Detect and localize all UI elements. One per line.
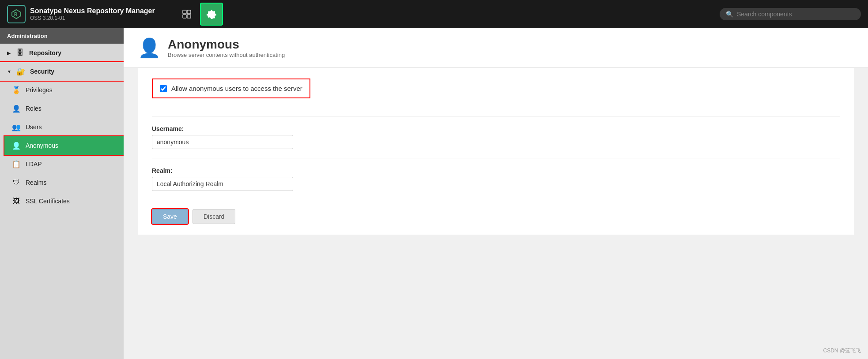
sidebar-item-roles[interactable]: 👤 Roles: [4, 99, 124, 118]
header-nav: [175, 3, 223, 26]
sidebar: Administration ▶ 🗄 Repository ▼ 🔐 Securi…: [0, 28, 124, 359]
svg-rect-3: [187, 10, 191, 14]
search-bar[interactable]: 🔍: [720, 8, 861, 20]
svg-text:R: R: [14, 12, 18, 17]
username-field-group: Username:: [152, 125, 840, 149]
search-icon: 🔍: [726, 11, 733, 18]
logo-icon: R: [7, 5, 26, 23]
anonymous-icon: 👤: [11, 141, 21, 150]
roles-icon: 👤: [11, 104, 21, 113]
app-header: R Sonatype Nexus Repository Manager OSS …: [0, 0, 868, 28]
ldap-label: LDAP: [26, 161, 42, 168]
repository-icon: 🗄: [15, 48, 25, 58]
username-input[interactable]: [152, 135, 293, 149]
sidebar-item-realms[interactable]: 🛡 Realms: [4, 173, 124, 192]
sidebar-item-anonymous[interactable]: 👤 Anonymous: [4, 136, 124, 155]
realm-field-group: Realm:: [152, 167, 840, 191]
sidebar-item-users[interactable]: 👥 Users: [4, 118, 124, 136]
page-title: Anonymous: [168, 37, 285, 52]
svg-rect-4: [183, 15, 186, 18]
realm-input[interactable]: [152, 177, 293, 191]
username-label: Username:: [152, 125, 840, 132]
browse-nav-button[interactable]: [175, 3, 198, 26]
security-icon: 🔐: [16, 67, 26, 76]
ssl-icon: 🖼: [11, 196, 21, 206]
privileges-label: Privileges: [26, 86, 53, 93]
sidebar-item-repository[interactable]: ▶ 🗄 Repository: [0, 44, 124, 62]
admin-nav-button[interactable]: [200, 3, 223, 26]
security-label: Security: [30, 68, 54, 75]
app-version: OSS 3.20.1-01: [30, 15, 155, 21]
allow-anonymous-checkbox[interactable]: [160, 85, 167, 92]
expand-icon: ▶: [7, 51, 11, 56]
app-name: Sonatype Nexus Repository Manager: [30, 7, 155, 15]
svg-rect-5: [187, 15, 191, 18]
page-icon: 👤: [138, 37, 161, 59]
realm-label: Realm:: [152, 167, 840, 174]
realms-label: Realms: [26, 179, 46, 186]
ssl-label: SSL Certificates: [26, 198, 70, 205]
form-buttons: Save Discard: [152, 209, 840, 224]
sidebar-item-ldap[interactable]: 📋 LDAP: [4, 155, 124, 173]
divider-3: [152, 200, 840, 200]
discard-button[interactable]: Discard: [192, 209, 235, 224]
privileges-icon: 🏅: [11, 85, 21, 95]
app-logo: R Sonatype Nexus Repository Manager OSS …: [7, 5, 155, 23]
sidebar-item-privileges[interactable]: 🏅 Privileges: [4, 81, 124, 99]
divider-1: [152, 116, 840, 116]
realms-icon: 🛡: [11, 178, 21, 187]
svg-rect-2: [183, 10, 186, 14]
main-content: 👤 Anonymous Browse server contents witho…: [124, 28, 868, 359]
ldap-icon: 📋: [11, 159, 21, 169]
sidebar-item-ssl[interactable]: 🖼 SSL Certificates: [4, 192, 124, 210]
repository-label: Repository: [29, 49, 61, 56]
app-title-group: Sonatype Nexus Repository Manager OSS 3.…: [30, 7, 155, 21]
allow-anonymous-label: Allow anonymous users to access the serv…: [171, 85, 302, 92]
watermark: CSDN @蓝飞飞: [823, 347, 861, 355]
save-button[interactable]: Save: [152, 209, 188, 224]
app-layout: Administration ▶ 🗄 Repository ▼ 🔐 Securi…: [0, 28, 868, 359]
users-icon: 👥: [11, 122, 21, 132]
roles-label: Roles: [26, 105, 42, 112]
allow-anonymous-checkbox-row[interactable]: Allow anonymous users to access the serv…: [152, 79, 310, 98]
page-subtitle: Browse server contents without authentic…: [168, 52, 285, 58]
sidebar-item-security[interactable]: ▼ 🔐 Security: [0, 62, 124, 81]
expand-icon: ▼: [7, 69, 11, 74]
page-title-group: Anonymous Browse server contents without…: [168, 37, 285, 58]
page-header: 👤 Anonymous Browse server contents witho…: [124, 28, 868, 68]
users-label: Users: [26, 123, 42, 131]
search-input[interactable]: [737, 11, 855, 18]
sidebar-admin-header: Administration: [0, 28, 124, 44]
anonymous-label: Anonymous: [26, 142, 58, 149]
security-sub-items: 🏅 Privileges 👤 Roles 👥 Users 👤 Anonymous…: [0, 81, 124, 210]
divider-2: [152, 158, 840, 158]
form-area: Allow anonymous users to access the serv…: [138, 68, 854, 235]
